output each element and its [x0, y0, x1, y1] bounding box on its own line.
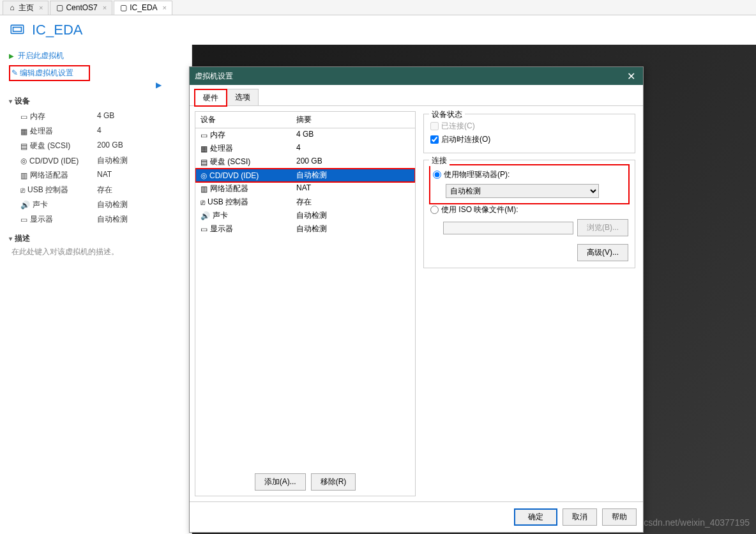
dialog-tabs: 硬件 选项: [190, 85, 643, 106]
row-memory[interactable]: ▭内存4 GB: [195, 128, 415, 142]
advanced-button[interactable]: 高级(V)...: [577, 244, 628, 261]
device-list: ▭内存4 GB ▦处理器4 ▤硬盘 (SCSI)200 GB ◎CD/DVD (…: [9, 109, 170, 227]
connection-group: 连接 使用物理驱动器(P): 自动检测 使用 ISO 映像文件(M):: [423, 160, 635, 268]
settings-panel: 设备状态 已连接(C) 启动时连接(O) 连接 使用物理驱动器(P):: [421, 111, 638, 496]
col-device[interactable]: 设备: [195, 112, 291, 128]
vm-settings-dialog: 虚拟机设置 ✕ 硬件 选项 设备 摘要 ▭内存4 GB ▦处理器4 ▤硬盘 (S…: [189, 66, 644, 533]
play-icon: ▶: [156, 80, 170, 89]
tab-options[interactable]: 选项: [227, 89, 259, 105]
use-iso-radio[interactable]: 使用 ISO 映像文件(M):: [430, 203, 628, 217]
group-title: 设备状态: [429, 109, 465, 120]
usb-icon: ⎚: [200, 198, 205, 207]
row-sound[interactable]: 🔊声卡自动检测: [195, 209, 415, 222]
connected-checkbox: 已连接(C): [430, 119, 628, 133]
help-button[interactable]: 帮助: [602, 508, 637, 526]
use-physical-radio[interactable]: 使用物理驱动器(P):: [433, 168, 626, 181]
tab-label: IC_EDA: [130, 3, 157, 12]
tab-hardware[interactable]: 硬件: [195, 89, 227, 106]
description-header[interactable]: 描述: [9, 233, 170, 244]
cancel-button[interactable]: 取消: [563, 508, 597, 526]
tab-ic-eda[interactable]: ▢ IC_EDA ×: [114, 1, 172, 15]
power-on-link[interactable]: 开启此虚拟机: [9, 49, 170, 63]
disc-icon: ◎: [20, 156, 27, 165]
physical-radio-input[interactable]: [433, 171, 441, 179]
sound-icon: 🔊: [200, 211, 210, 220]
disc-icon: ◎: [200, 171, 207, 180]
cpu-icon: ▦: [20, 127, 27, 136]
tab-centos7[interactable]: ▢ CentOS7 ×: [50, 1, 112, 15]
cpu-icon: ▦: [200, 144, 208, 153]
disk-icon: ▤: [20, 142, 27, 151]
col-summary[interactable]: 摘要: [291, 112, 415, 128]
disk-icon: ▤: [200, 158, 208, 167]
iso-path-input: [443, 222, 573, 234]
row-disk[interactable]: ▤硬盘 (SCSI)200 GB: [195, 155, 415, 169]
sound-icon: 🔊: [20, 201, 30, 210]
dialog-footer: 确定 取消 帮助: [190, 501, 643, 532]
close-icon[interactable]: ×: [39, 4, 43, 11]
vm-title: IC_EDA: [32, 22, 82, 38]
row-network[interactable]: ▥网络适配器NAT: [195, 182, 415, 195]
vm-icon: ▢: [119, 4, 127, 11]
device-usb[interactable]: ⎚USB 控制器存在: [9, 183, 170, 197]
connect-on-power-checkbox[interactable]: 启动时连接(O): [430, 133, 628, 146]
home-icon: ⌂: [8, 4, 16, 11]
remove-button[interactable]: 移除(R): [311, 473, 356, 491]
top-tabs: ⌂ 主页 × ▢ CentOS7 × ▢ IC_EDA ×: [0, 0, 756, 15]
network-icon: ▥: [200, 185, 208, 194]
dialog-titlebar: 虚拟机设置 ✕: [190, 67, 643, 85]
close-icon[interactable]: ×: [163, 4, 167, 11]
dialog-title: 虚拟机设置: [195, 71, 233, 82]
close-button[interactable]: ✕: [624, 70, 638, 82]
device-memory[interactable]: ▭内存4 GB: [9, 109, 170, 124]
description-placeholder[interactable]: 在此处键入对该虚拟机的描述。: [9, 247, 170, 257]
group-title: 连接: [429, 155, 450, 166]
physical-drive-select[interactable]: 自动检测: [446, 184, 599, 198]
device-network[interactable]: ▥网络适配器NAT: [9, 168, 170, 183]
device-cpu[interactable]: ▦处理器4: [9, 124, 170, 139]
edit-settings-link[interactable]: ✎ 编辑虚拟机设置: [9, 63, 170, 83]
ok-button[interactable]: 确定: [514, 508, 557, 526]
row-display[interactable]: ▭显示器自动检测: [195, 222, 415, 236]
add-button[interactable]: 添加(A)...: [255, 473, 306, 491]
device-status-group: 设备状态 已连接(C) 启动时连接(O): [423, 114, 635, 153]
row-cddvd[interactable]: ◎CD/DVD (IDE)自动检测: [195, 169, 415, 182]
tab-home[interactable]: ⌂ 主页 ×: [3, 1, 49, 15]
devices-header[interactable]: 设备: [9, 96, 170, 107]
browse-button: 浏览(B)...: [577, 219, 628, 236]
display-icon: ▭: [20, 215, 27, 224]
iso-radio-input[interactable]: [430, 206, 439, 214]
device-table: 设备 摘要 ▭内存4 GB ▦处理器4 ▤硬盘 (SCSI)200 GB ◎CD…: [195, 112, 415, 468]
memory-icon: ▭: [20, 112, 27, 121]
sidebar: 开启此虚拟机 ✎ 编辑虚拟机设置 ▶ 设备 ▭内存4 GB ▦处理器4 ▤硬盘 …: [0, 45, 179, 261]
device-disk[interactable]: ▤硬盘 (SCSI)200 GB: [9, 139, 170, 153]
tab-label: CentOS7: [66, 3, 97, 12]
vm-header: IC_EDA: [0, 15, 756, 45]
device-display[interactable]: ▭显示器自动检测: [9, 212, 170, 227]
display-icon: ▭: [200, 225, 208, 234]
memory-icon: ▭: [200, 131, 208, 140]
vm-icon: ▢: [56, 4, 63, 11]
device-cddvd[interactable]: ◎CD/DVD (IDE)自动检测: [9, 153, 170, 168]
device-sound[interactable]: 🔊声卡自动检测: [9, 197, 170, 212]
row-usb[interactable]: ⎚USB 控制器存在: [195, 195, 415, 209]
vm-icon: [9, 22, 26, 38]
close-icon[interactable]: ×: [103, 4, 107, 11]
connected-input: [430, 122, 439, 130]
network-icon: ▥: [20, 171, 27, 180]
usb-icon: ⎚: [20, 186, 25, 195]
device-panel: 设备 摘要 ▭内存4 GB ▦处理器4 ▤硬盘 (SCSI)200 GB ◎CD…: [195, 111, 416, 496]
connect-on-input[interactable]: [430, 135, 439, 144]
row-cpu[interactable]: ▦处理器4: [195, 142, 415, 155]
table-header: 设备 摘要: [195, 112, 415, 128]
svg-rect-1: [13, 27, 22, 32]
edit-icon: ✎: [11, 68, 18, 77]
tab-label: 主页: [19, 3, 34, 13]
